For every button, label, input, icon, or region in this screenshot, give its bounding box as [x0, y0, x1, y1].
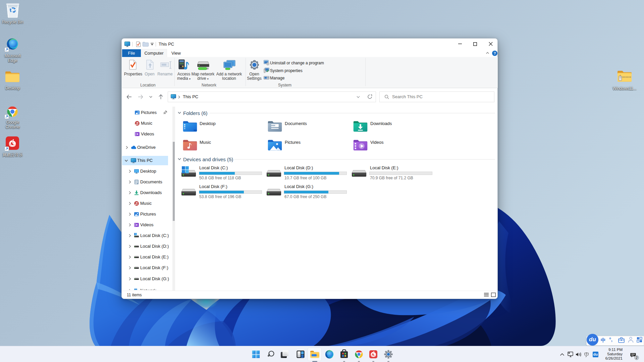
svg-text:?: ? [494, 51, 496, 55]
